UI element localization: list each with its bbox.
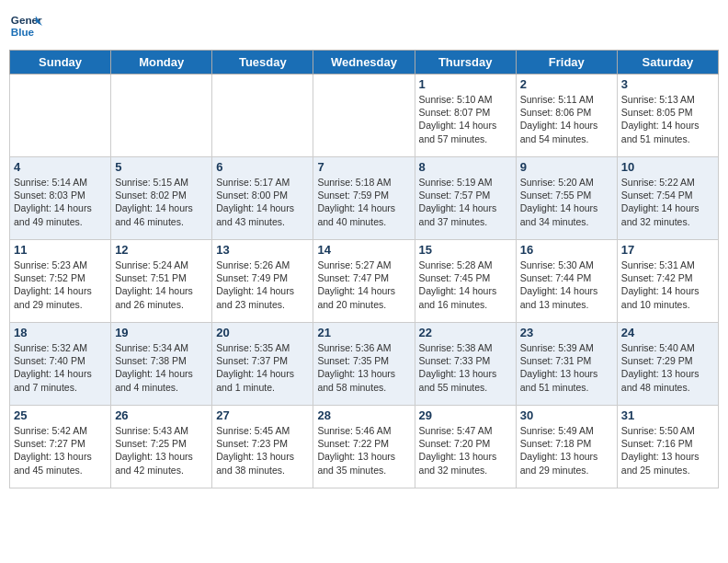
day-number: 7 bbox=[317, 160, 410, 174]
day-number: 11 bbox=[14, 243, 107, 257]
day-info: Sunrise: 5:14 AM Sunset: 8:03 PM Dayligh… bbox=[14, 176, 107, 228]
day-number: 14 bbox=[317, 243, 410, 257]
day-number: 5 bbox=[115, 160, 208, 174]
day-info: Sunrise: 5:10 AM Sunset: 8:07 PM Dayligh… bbox=[419, 93, 512, 145]
day-info: Sunrise: 5:22 AM Sunset: 7:54 PM Dayligh… bbox=[621, 176, 714, 228]
empty-day-cell bbox=[212, 75, 313, 157]
day-info: Sunrise: 5:42 AM Sunset: 7:27 PM Dayligh… bbox=[14, 424, 107, 477]
day-info: Sunrise: 5:50 AM Sunset: 7:16 PM Dayligh… bbox=[621, 424, 714, 477]
calendar-day-cell: 15Sunrise: 5:28 AM Sunset: 7:45 PM Dayli… bbox=[415, 240, 516, 323]
day-info: Sunrise: 5:30 AM Sunset: 7:44 PM Dayligh… bbox=[520, 259, 613, 311]
day-number: 31 bbox=[621, 408, 714, 422]
day-info: Sunrise: 5:32 AM Sunset: 7:40 PM Dayligh… bbox=[14, 341, 107, 394]
day-info: Sunrise: 5:27 AM Sunset: 7:47 PM Dayligh… bbox=[317, 259, 410, 311]
day-info: Sunrise: 5:13 AM Sunset: 8:05 PM Dayligh… bbox=[621, 93, 714, 145]
day-number: 17 bbox=[621, 243, 714, 257]
calendar-day-cell: 19Sunrise: 5:34 AM Sunset: 7:38 PM Dayli… bbox=[111, 323, 212, 406]
day-info: Sunrise: 5:23 AM Sunset: 7:52 PM Dayligh… bbox=[14, 259, 107, 311]
day-info: Sunrise: 5:17 AM Sunset: 8:00 PM Dayligh… bbox=[216, 176, 309, 228]
calendar-day-cell: 5Sunrise: 5:15 AM Sunset: 8:02 PM Daylig… bbox=[111, 157, 212, 240]
day-number: 12 bbox=[115, 243, 208, 257]
weekday-header-wednesday: Wednesday bbox=[313, 51, 415, 75]
day-info: Sunrise: 5:19 AM Sunset: 7:57 PM Dayligh… bbox=[419, 176, 512, 228]
weekday-header-row: SundayMondayTuesdayWednesdayThursdayFrid… bbox=[10, 51, 719, 75]
weekday-header-friday: Friday bbox=[516, 51, 617, 75]
calendar-table: SundayMondayTuesdayWednesdayThursdayFrid… bbox=[9, 50, 719, 488]
weekday-header-saturday: Saturday bbox=[617, 51, 718, 75]
svg-text:Blue: Blue bbox=[11, 26, 35, 38]
day-info: Sunrise: 5:15 AM Sunset: 8:02 PM Dayligh… bbox=[115, 176, 208, 228]
calendar-week-row: 25Sunrise: 5:42 AM Sunset: 7:27 PM Dayli… bbox=[10, 406, 719, 488]
logo-icon: General Blue bbox=[9, 9, 42, 42]
day-number: 26 bbox=[115, 408, 208, 422]
calendar-day-cell: 2Sunrise: 5:11 AM Sunset: 8:06 PM Daylig… bbox=[516, 75, 617, 157]
day-info: Sunrise: 5:46 AM Sunset: 7:22 PM Dayligh… bbox=[317, 424, 410, 477]
day-number: 29 bbox=[419, 408, 512, 422]
day-number: 4 bbox=[14, 160, 107, 174]
calendar-day-cell: 21Sunrise: 5:36 AM Sunset: 7:35 PM Dayli… bbox=[313, 323, 415, 406]
day-number: 22 bbox=[419, 326, 512, 339]
calendar-day-cell: 24Sunrise: 5:40 AM Sunset: 7:29 PM Dayli… bbox=[617, 323, 718, 406]
day-number: 30 bbox=[520, 408, 613, 422]
day-info: Sunrise: 5:39 AM Sunset: 7:31 PM Dayligh… bbox=[520, 341, 613, 394]
day-info: Sunrise: 5:34 AM Sunset: 7:38 PM Dayligh… bbox=[115, 341, 208, 394]
day-number: 25 bbox=[14, 408, 107, 422]
day-info: Sunrise: 5:24 AM Sunset: 7:51 PM Dayligh… bbox=[115, 259, 208, 311]
logo: General Blue bbox=[9, 9, 42, 42]
empty-day-cell bbox=[10, 75, 111, 157]
day-info: Sunrise: 5:45 AM Sunset: 7:23 PM Dayligh… bbox=[216, 424, 309, 477]
day-number: 10 bbox=[621, 160, 714, 174]
day-info: Sunrise: 5:47 AM Sunset: 7:20 PM Dayligh… bbox=[419, 424, 512, 477]
calendar-day-cell: 25Sunrise: 5:42 AM Sunset: 7:27 PM Dayli… bbox=[10, 406, 111, 488]
calendar-day-cell: 3Sunrise: 5:13 AM Sunset: 8:05 PM Daylig… bbox=[617, 75, 718, 157]
day-info: Sunrise: 5:20 AM Sunset: 7:55 PM Dayligh… bbox=[520, 176, 613, 228]
day-number: 21 bbox=[317, 326, 410, 339]
day-info: Sunrise: 5:31 AM Sunset: 7:42 PM Dayligh… bbox=[621, 259, 714, 311]
day-info: Sunrise: 5:36 AM Sunset: 7:35 PM Dayligh… bbox=[317, 341, 410, 394]
day-number: 8 bbox=[419, 160, 512, 174]
calendar-day-cell: 30Sunrise: 5:49 AM Sunset: 7:18 PM Dayli… bbox=[516, 406, 617, 488]
day-number: 13 bbox=[216, 243, 309, 257]
weekday-header-sunday: Sunday bbox=[10, 51, 111, 75]
calendar-day-cell: 18Sunrise: 5:32 AM Sunset: 7:40 PM Dayli… bbox=[10, 323, 111, 406]
calendar-day-cell: 8Sunrise: 5:19 AM Sunset: 7:57 PM Daylig… bbox=[415, 157, 516, 240]
day-number: 3 bbox=[621, 77, 714, 91]
calendar-day-cell: 20Sunrise: 5:35 AM Sunset: 7:37 PM Dayli… bbox=[212, 323, 313, 406]
day-info: Sunrise: 5:28 AM Sunset: 7:45 PM Dayligh… bbox=[419, 259, 512, 311]
calendar-day-cell: 10Sunrise: 5:22 AM Sunset: 7:54 PM Dayli… bbox=[617, 157, 718, 240]
page-header: General Blue bbox=[9, 9, 719, 42]
empty-day-cell bbox=[111, 75, 212, 157]
calendar-day-cell: 11Sunrise: 5:23 AM Sunset: 7:52 PM Dayli… bbox=[10, 240, 111, 323]
calendar-week-row: 11Sunrise: 5:23 AM Sunset: 7:52 PM Dayli… bbox=[10, 240, 719, 323]
day-number: 1 bbox=[419, 77, 512, 91]
day-info: Sunrise: 5:35 AM Sunset: 7:37 PM Dayligh… bbox=[216, 341, 309, 394]
calendar-day-cell: 17Sunrise: 5:31 AM Sunset: 7:42 PM Dayli… bbox=[617, 240, 718, 323]
calendar-day-cell: 14Sunrise: 5:27 AM Sunset: 7:47 PM Dayli… bbox=[313, 240, 415, 323]
day-info: Sunrise: 5:43 AM Sunset: 7:25 PM Dayligh… bbox=[115, 424, 208, 477]
empty-day-cell bbox=[313, 75, 415, 157]
calendar-day-cell: 12Sunrise: 5:24 AM Sunset: 7:51 PM Dayli… bbox=[111, 240, 212, 323]
day-number: 27 bbox=[216, 408, 309, 422]
calendar-week-row: 18Sunrise: 5:32 AM Sunset: 7:40 PM Dayli… bbox=[10, 323, 719, 406]
day-info: Sunrise: 5:38 AM Sunset: 7:33 PM Dayligh… bbox=[419, 341, 512, 394]
calendar-day-cell: 31Sunrise: 5:50 AM Sunset: 7:16 PM Dayli… bbox=[617, 406, 718, 488]
weekday-header-monday: Monday bbox=[111, 51, 212, 75]
day-number: 20 bbox=[216, 326, 309, 339]
calendar-day-cell: 6Sunrise: 5:17 AM Sunset: 8:00 PM Daylig… bbox=[212, 157, 313, 240]
weekday-header-tuesday: Tuesday bbox=[212, 51, 313, 75]
day-number: 28 bbox=[317, 408, 410, 422]
calendar-day-cell: 27Sunrise: 5:45 AM Sunset: 7:23 PM Dayli… bbox=[212, 406, 313, 488]
day-number: 16 bbox=[520, 243, 613, 257]
calendar-day-cell: 16Sunrise: 5:30 AM Sunset: 7:44 PM Dayli… bbox=[516, 240, 617, 323]
day-number: 9 bbox=[520, 160, 613, 174]
calendar-day-cell: 26Sunrise: 5:43 AM Sunset: 7:25 PM Dayli… bbox=[111, 406, 212, 488]
day-info: Sunrise: 5:11 AM Sunset: 8:06 PM Dayligh… bbox=[520, 93, 613, 145]
calendar-day-cell: 22Sunrise: 5:38 AM Sunset: 7:33 PM Dayli… bbox=[415, 323, 516, 406]
day-info: Sunrise: 5:26 AM Sunset: 7:49 PM Dayligh… bbox=[216, 259, 309, 311]
calendar-week-row: 1Sunrise: 5:10 AM Sunset: 8:07 PM Daylig… bbox=[10, 75, 719, 157]
calendar-day-cell: 7Sunrise: 5:18 AM Sunset: 7:59 PM Daylig… bbox=[313, 157, 415, 240]
day-number: 23 bbox=[520, 326, 613, 339]
calendar-day-cell: 1Sunrise: 5:10 AM Sunset: 8:07 PM Daylig… bbox=[415, 75, 516, 157]
calendar-day-cell: 9Sunrise: 5:20 AM Sunset: 7:55 PM Daylig… bbox=[516, 157, 617, 240]
calendar-day-cell: 4Sunrise: 5:14 AM Sunset: 8:03 PM Daylig… bbox=[10, 157, 111, 240]
